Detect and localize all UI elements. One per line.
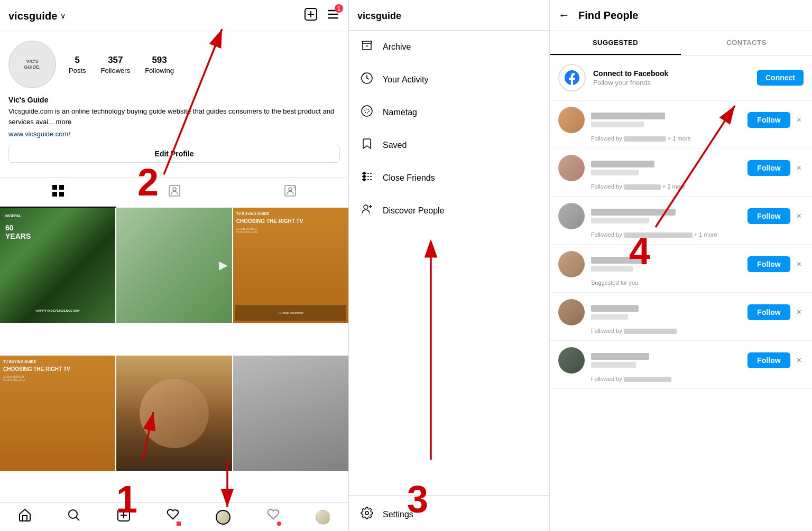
menu-divider (349, 495, 549, 496)
svg-rect-6 (52, 185, 57, 190)
person-followed-by-1: Followed by + 1 more (558, 135, 804, 142)
find-people-header: ← Find People (550, 0, 812, 31)
menu-item-nametag[interactable]: Nametag (349, 96, 549, 129)
post-thumb-4[interactable]: TV BUYING GUIDE CHOOSING THE RIGHT TV LE… (0, 356, 115, 471)
svg-rect-7 (59, 185, 64, 190)
following-label: Following (145, 67, 174, 74)
svg-point-11 (173, 188, 176, 191)
tab-igtv[interactable] (116, 178, 233, 208)
profile-link[interactable]: www.vicsguide.com/ (8, 130, 70, 138)
find-list: Connect to Facebook Follow your friends … (550, 55, 812, 531)
tab-contacts[interactable]: CONTACTS (681, 31, 812, 55)
profile2-nav-avatar[interactable] (316, 510, 330, 525)
connect-facebook-button[interactable]: Connect (757, 70, 804, 86)
followers-stat[interactable]: 357 Followers (101, 55, 131, 74)
profile-header: vicsguide ∨ 1 (0, 0, 348, 32)
edit-profile-button[interactable]: Edit Profile (8, 145, 340, 163)
menu-item-activity[interactable]: Your Activity (349, 63, 549, 96)
follow-button-4[interactable]: Follow (748, 256, 790, 272)
posts-label: Posts (69, 67, 86, 74)
person-actions-1: Follow × (748, 112, 804, 128)
person-info-4 (591, 257, 741, 272)
menu-label-close-friends: Close Friends (383, 173, 435, 183)
follow-button-1[interactable]: Follow (748, 112, 790, 128)
menu-item-discover[interactable]: Discover People (349, 194, 549, 227)
posts-grid: NIGERIA 60YEARS HAPPY INDEPENDENCE DAY ▶… (0, 208, 348, 502)
profile-nav-avatar[interactable] (216, 510, 230, 525)
following-count: 593 (152, 55, 167, 66)
post-thumb-2[interactable]: ▶ (116, 208, 232, 323)
menu-label-archive: Archive (383, 42, 411, 52)
tab-suggested[interactable]: SUGGESTED (550, 31, 681, 55)
followers-label: Followers (101, 67, 131, 74)
activity-nav-icon[interactable] (166, 508, 180, 526)
person-name-2 (591, 161, 654, 167)
following-stat[interactable]: 593 Following (145, 55, 174, 74)
person-name-6 (591, 353, 649, 360)
person-handle-4 (591, 266, 633, 272)
stats-row: 5 Posts 357 Followers 593 Following (69, 55, 340, 74)
follow-button-6[interactable]: Follow (748, 352, 790, 368)
post-thumb-3[interactable]: TV BUYING GUIDE CHOOSING THE RIGHT TV LE… (233, 208, 348, 323)
find-people-title: Find People (578, 10, 638, 22)
facebook-connect-subtitle: Follow your friends (593, 79, 750, 87)
dismiss-button-3[interactable]: × (795, 209, 804, 223)
menu-badge: 1 (335, 4, 343, 13)
dismiss-button-5[interactable]: × (795, 305, 804, 319)
person-item-1: Follow × Followed by + 1 more (550, 100, 812, 148)
facebook-icon (558, 64, 586, 91)
person-handle-6 (591, 362, 636, 368)
menu-settings-label: Settings (383, 510, 413, 519)
dismiss-button-1[interactable]: × (795, 113, 804, 127)
person-item-4: Follow × Suggested for you (550, 245, 812, 293)
post-thumb-1[interactable]: NIGERIA 60YEARS HAPPY INDEPENDENCE DAY (0, 208, 115, 323)
person-info-1 (591, 113, 741, 127)
person-avatar-5 (558, 299, 585, 325)
svg-point-40 (365, 511, 368, 515)
facebook-connect-text: Connect to Facebook Follow your friends (593, 69, 750, 87)
posts-count: 5 (75, 55, 80, 66)
dismiss-button-6[interactable]: × (795, 353, 804, 367)
search-nav-icon[interactable] (67, 508, 81, 526)
new-post-button[interactable] (304, 7, 318, 24)
person-tag-icon (168, 184, 181, 200)
settings-icon (359, 507, 374, 523)
home-nav-icon[interactable] (18, 508, 32, 526)
follow-button-2[interactable]: Follow (748, 160, 790, 176)
add-post-nav-icon[interactable] (117, 508, 131, 526)
profile-name: Vic's Guide (8, 96, 340, 104)
play-icon: ▶ (219, 258, 228, 272)
svg-point-30 (365, 109, 369, 113)
svg-point-34 (363, 172, 365, 174)
menu-username: vicsguide (357, 11, 401, 21)
svg-point-13 (289, 188, 292, 191)
posts-stat[interactable]: 5 Posts (69, 55, 86, 74)
activity2-nav-icon[interactable] (266, 508, 280, 526)
menu-items: Archive Your Activity (349, 31, 549, 493)
menu-item-archive[interactable]: Archive (349, 31, 549, 63)
grid-icon (52, 184, 64, 200)
dismiss-button-2[interactable]: × (795, 161, 804, 175)
menu-item-close-friends[interactable]: Close Friends (349, 162, 549, 194)
find-tabs: SUGGESTED CONTACTS (550, 31, 812, 55)
tab-grid[interactable] (0, 178, 116, 208)
svg-point-15 (69, 510, 77, 518)
person-item-6: Follow × Followed by (550, 341, 812, 389)
post-thumb-5[interactable] (116, 356, 232, 471)
menu-button[interactable]: 1 (326, 7, 340, 24)
tab-tagged[interactable] (232, 178, 348, 208)
chevron-down-icon[interactable]: ∨ (60, 12, 66, 20)
close-friends-icon (359, 170, 374, 186)
follow-button-3[interactable]: Follow (748, 208, 790, 224)
activity-icon (359, 72, 374, 88)
follow-button-5[interactable]: Follow (748, 304, 790, 320)
menu-item-saved[interactable]: Saved (349, 129, 549, 162)
post-thumb-6[interactable] (233, 356, 348, 471)
menu-settings[interactable]: Settings (349, 498, 549, 531)
person-followed-by-3: Followed by + 1 more (558, 231, 804, 238)
person-actions-5: Follow × (748, 304, 804, 320)
back-button[interactable]: ← (558, 8, 570, 22)
person-actions-6: Follow × (748, 352, 804, 368)
svg-rect-9 (59, 192, 64, 197)
dismiss-button-4[interactable]: × (795, 257, 804, 271)
